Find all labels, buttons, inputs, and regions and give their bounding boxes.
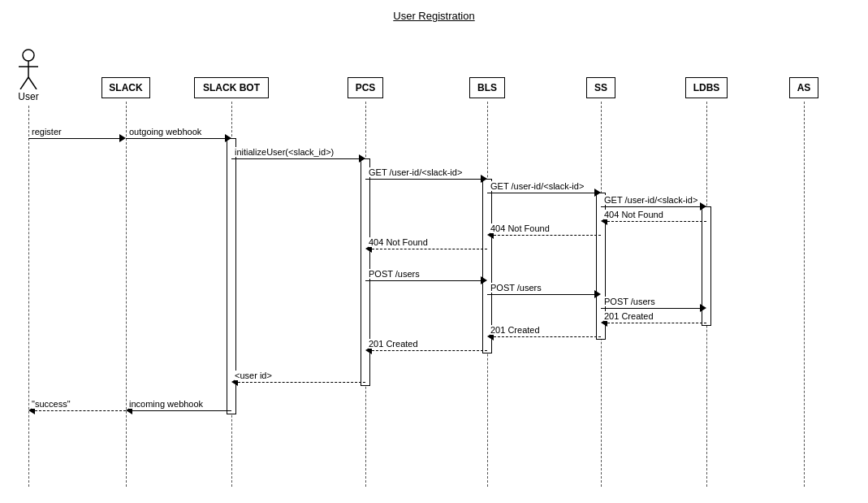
arrow-label-7: 404 Not Found — [490, 223, 550, 233]
sequence-diagram: User Registration UserSLACKSLACK BOTPCSB… — [0, 0, 868, 503]
arrow-label-16: incoming webhook — [129, 399, 203, 409]
arrow-label-5: GET /user-id/<slack-id> — [604, 195, 697, 205]
arrow-4: GET /user-id/<slack-id> — [487, 193, 601, 201]
participant-bls: BLS — [469, 77, 505, 98]
arrow-3: GET /user-id/<slack-id> — [365, 179, 487, 187]
arrow-label-3: GET /user-id/<slack-id> — [369, 167, 462, 177]
actor-user: User — [12, 49, 45, 102]
arrow-label-2: initializeUser(<slack_id>) — [235, 147, 334, 157]
arrow-16: incoming webhook — [126, 410, 231, 418]
arrow-label-0: register — [32, 127, 62, 137]
participant-as: AS — [789, 77, 818, 98]
arrow-1: outgoing webhook — [126, 138, 231, 146]
svg-line-4 — [28, 77, 37, 89]
participant-slackbot: SLACK BOT — [194, 77, 269, 98]
arrow-2: initializeUser(<slack_id>) — [231, 158, 365, 167]
arrow-15: <user id> — [231, 382, 365, 390]
participant-ldbs: LDBS — [685, 77, 728, 98]
arrow-12: 201 Created — [601, 323, 706, 331]
arrow-label-1: outgoing webhook — [129, 127, 201, 137]
participant-slack: SLACK — [101, 77, 150, 98]
arrow-label-4: GET /user-id/<slack-id> — [490, 181, 584, 191]
arrow-label-17: "success" — [32, 399, 71, 409]
arrow-label-15: <user id> — [235, 371, 272, 380]
actor-label: User — [12, 91, 45, 102]
participant-pcs: PCS — [348, 77, 383, 98]
diagram-title: User Registration — [0, 0, 868, 22]
arrow-10: POST /users — [487, 294, 601, 302]
arrow-label-9: POST /users — [369, 269, 420, 279]
lifeline-as — [804, 102, 805, 487]
arrow-9: POST /users — [365, 280, 487, 288]
arrow-7: 404 Not Found — [487, 235, 601, 243]
arrow-label-8: 404 Not Found — [369, 237, 428, 247]
arrow-label-13: 201 Created — [490, 325, 540, 335]
arrow-14: 201 Created — [365, 350, 487, 358]
arrow-8: 404 Not Found — [365, 249, 487, 257]
arrow-label-6: 404 Not Found — [604, 210, 663, 219]
arrow-17: "success" — [28, 410, 126, 418]
arrow-label-12: 201 Created — [604, 311, 654, 321]
arrow-label-11: POST /users — [604, 297, 655, 306]
arrow-label-10: POST /users — [490, 283, 542, 293]
arrow-label-14: 201 Created — [369, 339, 418, 349]
svg-point-0 — [23, 50, 34, 61]
arrow-0: register — [28, 138, 126, 146]
arrow-13: 201 Created — [487, 336, 601, 345]
participant-ss: SS — [586, 77, 615, 98]
lifeline-slack — [126, 102, 127, 487]
arrow-6: 404 Not Found — [601, 221, 706, 229]
lifeline-user — [28, 106, 29, 487]
svg-line-3 — [20, 77, 28, 89]
